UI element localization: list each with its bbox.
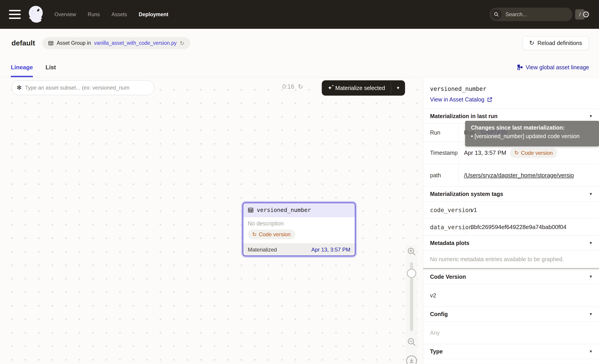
menu-icon[interactable]	[9, 10, 21, 19]
view-global-asset-lineage-link[interactable]: View global asset lineage	[517, 64, 589, 71]
code-version-tag-label: code_version	[423, 202, 465, 218]
panel-asset-name: versioned_number	[430, 86, 592, 92]
asset-node-footer: Materialized Apr 13, 3:57 PM	[243, 243, 355, 256]
primary-nav: Overview Runs Assets Deployment	[54, 11, 168, 17]
nav-assets[interactable]: Assets	[112, 11, 127, 17]
tooltip-item: • [versioned_number] updated code versio…	[471, 133, 593, 139]
run-label: Run	[423, 124, 458, 141]
data-version-tag-label: data_version	[423, 219, 465, 235]
asset-node-body: No description ↻ Code version	[243, 217, 355, 243]
zoom-in-icon[interactable]	[407, 247, 416, 256]
metadata-plots-empty-text: No numeric metadata entries available to…	[423, 250, 599, 268]
section-type[interactable]: Type ▼	[423, 344, 599, 359]
breadcrumb-refresh-icon[interactable]: ↻	[180, 40, 184, 46]
page-header: default Asset Group in vanilla_asset_wit…	[0, 29, 599, 57]
timestamp-label: Timestamp	[423, 142, 458, 164]
nav-deployment[interactable]: Deployment	[139, 11, 168, 17]
row-data-version-tag: data_version 3bfc269594ef649228e9a74bab0…	[423, 218, 599, 235]
code-version-badge: ↻ Code version	[248, 229, 295, 239]
tab-lineage[interactable]: Lineage	[11, 57, 33, 77]
materialize-selected-button[interactable]: ✦✦ Materialize selected ▼	[322, 80, 405, 95]
tooltip-title: Changes since last materialization:	[471, 124, 593, 131]
chevron-down-icon: ▼	[589, 241, 593, 245]
global-search[interactable]: /	[490, 8, 573, 21]
table-icon	[248, 207, 254, 213]
code-version-tag-value: v1	[465, 202, 599, 218]
asset-node-header: versioned_number	[243, 203, 355, 217]
code-version-change-icon: ↻	[252, 232, 256, 237]
lineage-canvas[interactable]: ✻ 0:16 ↻ ✦✦ Materialize selected ▼	[0, 77, 423, 364]
path-label: path	[423, 164, 458, 187]
reload-label: Reload definitions	[537, 40, 582, 46]
nav-overview[interactable]: Overview	[54, 11, 76, 17]
op-selector-icon: ✻	[17, 84, 22, 91]
materialize-dropdown-button[interactable]: ▼	[391, 80, 405, 95]
tab-list[interactable]: List	[45, 57, 56, 77]
lineage-graph-icon	[517, 65, 522, 70]
zoom-slider[interactable]	[410, 262, 413, 331]
timer-value: 0:16	[282, 83, 294, 90]
page-title: default	[11, 39, 35, 47]
chevron-down-icon: ▼	[589, 349, 593, 354]
materialized-status-label: Materialized	[248, 247, 277, 253]
search-icon	[491, 9, 502, 20]
dagster-logo-icon[interactable]	[27, 5, 44, 24]
tabs-row: Lineage List View global asset lineage	[0, 57, 599, 77]
search-input[interactable]	[505, 11, 575, 17]
timer-refresh-icon[interactable]: ↻	[298, 84, 303, 90]
breadcrumb-prefix: Asset Group in	[57, 40, 91, 46]
asset-subset-filter[interactable]: ✻	[11, 80, 154, 95]
view-in-asset-catalog-link[interactable]: View in Asset Catalog	[430, 96, 492, 103]
code-version-value: v2	[423, 284, 599, 307]
global-lineage-label: View global asset lineage	[526, 64, 589, 71]
code-version-badge: ↻ Code version	[510, 148, 557, 158]
reload-icon: ↻	[529, 40, 534, 46]
asset-group-icon	[48, 41, 53, 46]
asset-subset-input[interactable]	[25, 85, 149, 91]
zoom-slider-handle[interactable]	[407, 269, 416, 278]
breadcrumb: Asset Group in vanilla_asset_with_code_v…	[42, 37, 190, 49]
code-version-change-icon: ↻	[514, 150, 519, 156]
row-code-version-tag: code_version v1	[423, 201, 599, 218]
chevron-down-icon: ▼	[589, 114, 593, 119]
chevron-down-icon: ▼	[589, 312, 593, 317]
data-version-tag-value: 3bfc269594ef649228e9a74bab00f04	[465, 219, 599, 235]
section-config[interactable]: Config ▼	[423, 307, 599, 321]
download-image-icon[interactable]	[406, 355, 417, 364]
reload-definitions-button[interactable]: ↻ Reload definitions	[522, 36, 589, 50]
asset-node-name: versioned_number	[257, 207, 311, 213]
refresh-timer: 0:16 ↻	[282, 83, 303, 90]
section-code-version[interactable]: Code Version ▼	[423, 269, 599, 284]
materialize-label: Materialize selected	[335, 85, 385, 91]
path-value-link[interactable]: /Users/sryza/dagster_home/storage/versio	[464, 172, 574, 179]
zoom-out-icon[interactable]	[407, 337, 416, 347]
materialized-timestamp-link[interactable]: Apr 13, 3:57 PM	[311, 247, 350, 253]
chevron-down-icon: ▼	[589, 275, 593, 279]
config-value: Any	[423, 321, 599, 344]
settings-gear-icon[interactable]: ⚙	[582, 10, 590, 19]
asset-node-description: No description	[248, 220, 350, 227]
sparkle-icon: ✦✦	[328, 85, 332, 91]
row-path: path /Users/sryza/dagster_home/storage/v…	[423, 164, 599, 187]
breadcrumb-file-link[interactable]: vanilla_asset_with_code_version.py	[94, 40, 177, 46]
chevron-down-icon: ▼	[589, 192, 593, 196]
timestamp-value: Apr 13, 3:57 PM	[464, 149, 506, 156]
section-metadata-plots[interactable]: Metadata plots ▼	[423, 235, 599, 250]
section-materialization-system-tags[interactable]: Materialization system tags ▼	[423, 187, 599, 201]
asset-details-panel: versioned_number View in Asset Catalog M…	[423, 77, 599, 364]
asset-node-versioned-number[interactable]: versioned_number No description ↻ Code v…	[243, 202, 355, 256]
zoom-controls	[406, 245, 417, 364]
changes-tooltip: Changes since last materialization: • [v…	[465, 121, 599, 147]
nav-runs[interactable]: Runs	[88, 11, 100, 17]
external-link-icon	[487, 97, 492, 102]
top-nav: Overview Runs Assets Deployment / ⚙	[0, 0, 599, 29]
